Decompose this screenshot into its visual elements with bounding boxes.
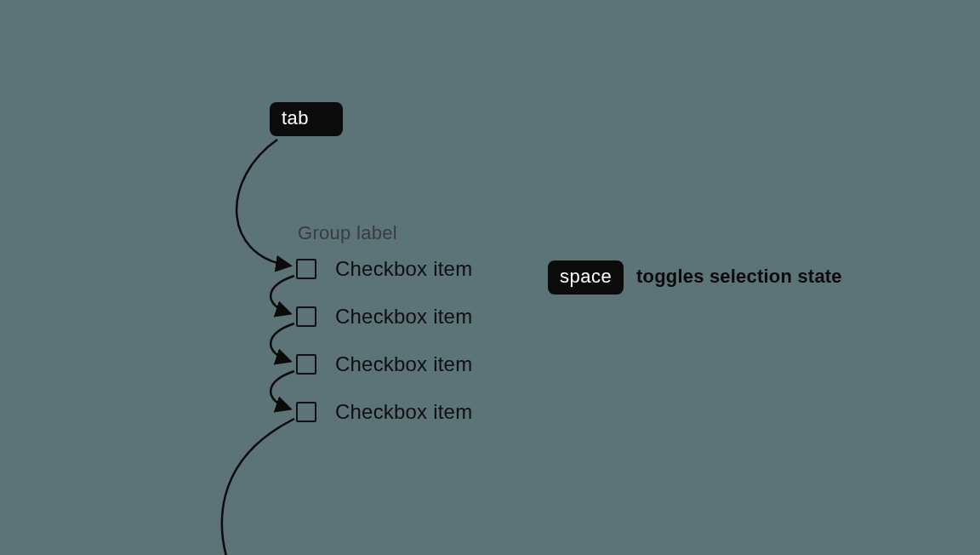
space-hint-text: toggles selection state — [636, 266, 842, 288]
checkbox-icon[interactable] — [296, 402, 316, 422]
arrow-tab-to-first — [236, 140, 289, 266]
checkbox-label: Checkbox item — [335, 352, 472, 376]
checkbox-row: Checkbox item — [296, 400, 472, 424]
arrow-row3-to-row4 — [271, 371, 294, 409]
checkbox-icon[interactable] — [296, 259, 316, 279]
checkbox-label: Checkbox item — [335, 305, 472, 329]
arrow-row2-to-row3 — [271, 323, 294, 361]
group-label: Group label — [298, 222, 397, 244]
checkbox-row: Checkbox item — [296, 352, 472, 376]
checkbox-icon[interactable] — [296, 306, 316, 327]
checkbox-label: Checkbox item — [335, 257, 472, 281]
arrow-row1-to-row2 — [271, 276, 294, 313]
checkbox-icon[interactable] — [296, 354, 316, 375]
diagram-canvas: tab Group label Checkbox item Checkbox i… — [0, 0, 980, 555]
checkbox-label: Checkbox item — [335, 400, 472, 424]
key-space: space — [548, 260, 624, 295]
arrow-row4-to-next — [222, 419, 294, 555]
checkbox-row: Checkbox item — [296, 257, 472, 281]
key-tab: tab — [270, 102, 343, 136]
checkbox-row: Checkbox item — [296, 305, 472, 329]
